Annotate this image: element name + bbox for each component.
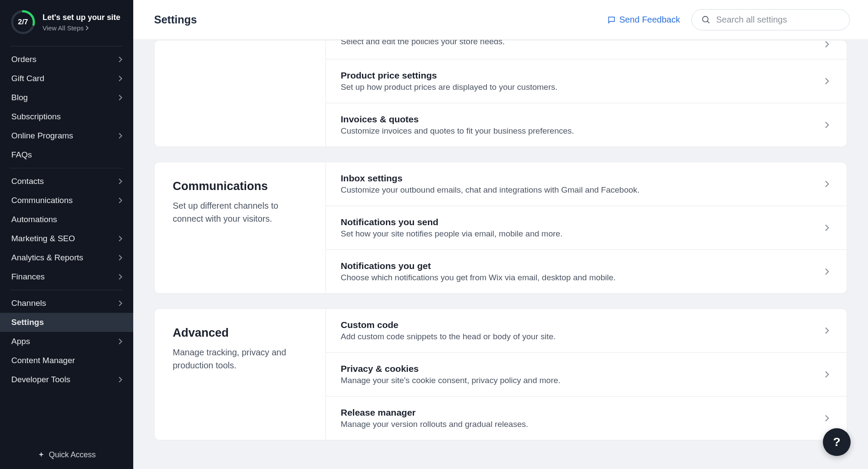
sidebar-item-content-manager[interactable]: Content Manager: [0, 351, 133, 370]
settings-card-communications: Communications Set up different channels…: [154, 162, 847, 294]
sidebar-item-settings[interactable]: Settings: [0, 313, 133, 332]
sidebar-item-faqs[interactable]: FAQs: [0, 145, 133, 164]
view-all-steps-label: View All Steps: [43, 24, 84, 32]
nav-group: OrdersGift CardBlogSubscriptionsOnline P…: [0, 50, 133, 164]
chevron-right-icon: [825, 121, 829, 129]
sidebar-item-label: Apps: [11, 337, 30, 346]
send-feedback-label: Send Feedback: [619, 15, 680, 25]
divider: [10, 168, 123, 168]
sidebar-item-gift-card[interactable]: Gift Card: [0, 69, 133, 88]
sidebar-item-label: Analytics & Reports: [11, 253, 83, 262]
view-all-steps-link[interactable]: View All Steps: [43, 24, 120, 32]
setup-title: Let's set up your site: [43, 13, 120, 23]
chevron-right-icon: [118, 236, 123, 242]
sidebar-item-online-programs[interactable]: Online Programs: [0, 126, 133, 145]
topbar: Settings Send Feedback: [133, 0, 868, 40]
card-heading: Advanced: [173, 326, 307, 340]
chevron-right-icon: [118, 133, 123, 139]
card-rows: Select and edit the policies your store …: [326, 40, 847, 147]
settings-row-notifications-send[interactable]: Notifications you send Set how your site…: [326, 206, 847, 250]
main: Settings Send Feedback Select and edit t…: [133, 0, 868, 469]
help-button[interactable]: ?: [823, 428, 851, 456]
sidebar-item-analytics-reports[interactable]: Analytics & Reports: [0, 248, 133, 267]
nav-group: ChannelsSettingsAppsContent ManagerDevel…: [0, 294, 133, 389]
chevron-right-icon: [118, 377, 123, 383]
sidebar-item-label: Contacts: [11, 177, 44, 186]
sidebar-item-subscriptions[interactable]: Subscriptions: [0, 107, 133, 126]
divider: [10, 46, 123, 46]
sidebar-item-automations[interactable]: Automations: [0, 210, 133, 229]
sidebar-item-label: Communications: [11, 196, 73, 205]
sidebar-item-label: Orders: [11, 55, 36, 64]
page-title: Settings: [154, 13, 197, 26]
row-desc: Manage your version rollouts and gradual…: [341, 420, 528, 429]
sidebar: 2/7 Let's set up your site View All Step…: [0, 0, 133, 469]
sidebar-item-label: Automations: [11, 215, 57, 224]
card-desc: Set up different channels to connect wit…: [173, 199, 307, 225]
row-title: Release manager: [341, 407, 528, 418]
sidebar-item-apps[interactable]: Apps: [0, 332, 133, 351]
row-title: Inbox settings: [341, 173, 640, 184]
chevron-right-icon: [118, 255, 123, 261]
card-rows: Custom code Add custom code snippets to …: [326, 309, 847, 440]
chevron-right-icon: [118, 197, 123, 203]
sidebar-item-marketing-seo[interactable]: Marketing & SEO: [0, 229, 133, 248]
search-box[interactable]: [691, 9, 850, 30]
sidebar-item-label: Finances: [11, 272, 45, 282]
row-title: Invoices & quotes: [341, 114, 574, 125]
progress-text: 2/7: [18, 18, 28, 26]
send-feedback-link[interactable]: Send Feedback: [607, 15, 680, 25]
progress-ring: 2/7: [10, 10, 36, 35]
sidebar-item-label: FAQs: [11, 150, 32, 160]
sidebar-item-label: Blog: [11, 93, 28, 102]
chevron-right-icon: [825, 414, 829, 422]
quick-access-button[interactable]: Quick Access: [0, 441, 133, 469]
help-icon: ?: [833, 435, 840, 449]
content-scroll[interactable]: Select and edit the policies your store …: [133, 40, 868, 469]
search-icon: [701, 15, 711, 25]
sidebar-item-channels[interactable]: Channels: [0, 294, 133, 313]
divider: [10, 290, 123, 290]
search-input[interactable]: [716, 15, 840, 25]
chat-icon: [607, 16, 616, 24]
settings-row-inbox[interactable]: Inbox settings Customize your outbound e…: [326, 162, 847, 206]
sidebar-item-label: Content Manager: [11, 356, 75, 365]
chevron-right-icon: [118, 95, 123, 101]
settings-row-release-manager[interactable]: Release manager Manage your version roll…: [326, 397, 847, 440]
sidebar-item-orders[interactable]: Orders: [0, 50, 133, 69]
chevron-right-icon: [825, 327, 829, 335]
sparkle-icon: [37, 451, 45, 459]
settings-row-policies[interactable]: Select and edit the policies your store …: [326, 40, 847, 59]
card-heading-block: Communications Set up different channels…: [155, 162, 326, 293]
card-desc: Manage tracking, privacy and production …: [173, 346, 307, 372]
settings-row-privacy-cookies[interactable]: Privacy & cookies Manage your site's coo…: [326, 353, 847, 397]
sidebar-scroll[interactable]: 2/7 Let's set up your site View All Step…: [0, 0, 133, 441]
card-rows: Inbox settings Customize your outbound e…: [326, 162, 847, 293]
settings-row-product-price[interactable]: Product price settings Set up how produc…: [326, 59, 847, 103]
settings-row-notifications-get[interactable]: Notifications you get Choose which notif…: [326, 250, 847, 293]
row-title: Privacy & cookies: [341, 364, 560, 374]
sidebar-item-label: Channels: [11, 298, 46, 308]
row-desc: Set how your site notifies people via em…: [341, 229, 562, 239]
setup-progress-block[interactable]: 2/7 Let's set up your site View All Step…: [0, 0, 133, 43]
row-desc: Select and edit the policies your store …: [341, 40, 505, 46]
sidebar-item-contacts[interactable]: Contacts: [0, 172, 133, 191]
row-desc: Manage your site's cookie consent, priva…: [341, 376, 560, 385]
row-desc: Choose which notifications you get from …: [341, 273, 616, 282]
chevron-right-icon: [825, 180, 829, 188]
settings-row-invoices[interactable]: Invoices & quotes Customize invoices and…: [326, 103, 847, 147]
settings-row-custom-code[interactable]: Custom code Add custom code snippets to …: [326, 309, 847, 353]
chevron-right-icon: [118, 75, 123, 82]
settings-card-advanced: Advanced Manage tracking, privacy and pr…: [154, 308, 847, 440]
sidebar-item-label: Subscriptions: [11, 112, 61, 121]
sidebar-item-blog[interactable]: Blog: [0, 88, 133, 107]
sidebar-item-label: Developer Tools: [11, 375, 70, 384]
sidebar-item-developer-tools[interactable]: Developer Tools: [0, 370, 133, 389]
chevron-right-icon: [118, 56, 123, 62]
sidebar-item-communications[interactable]: Communications: [0, 191, 133, 210]
chevron-right-icon: [825, 371, 829, 378]
sidebar-item-label: Online Programs: [11, 131, 73, 141]
row-title: Notifications you get: [341, 261, 616, 271]
sidebar-item-finances[interactable]: Finances: [0, 267, 133, 286]
row-desc: Add custom code snippets to the head or …: [341, 332, 556, 341]
